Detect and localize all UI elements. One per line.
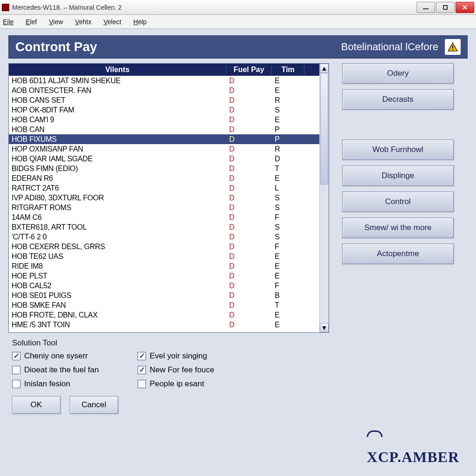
cell-tim: F	[272, 243, 304, 251]
checkbox-inislan[interactable]: Inislan fesion	[12, 379, 124, 389]
table-row[interactable]: HOB FROTE, DBNI, CLAXDE	[9, 310, 319, 320]
checkbox-cheniy[interactable]: Cheniy one syserr	[12, 351, 124, 361]
cell-fuelpay: D	[226, 194, 272, 202]
cell-vilents: HOB SMKE FAN	[9, 301, 226, 310]
cell-tim: S	[272, 233, 304, 241]
cell-fuelpay: D	[226, 233, 272, 241]
cell-vilents: HOB FIXUMS	[9, 135, 226, 144]
column-header-tim[interactable]: Tim	[272, 66, 304, 74]
table-row[interactable]: BIDGS FIMN (EDIO)DT	[9, 164, 319, 173]
cell-fuelpay: D	[226, 301, 272, 310]
svg-rect-0	[452, 46, 453, 48]
checkbox-dioeat[interactable]: Dioeat ite the fuel fan	[12, 365, 124, 375]
table-row[interactable]: HOP OK-8DIT FAMDS	[9, 105, 319, 115]
checkbox-icon[interactable]	[12, 380, 20, 388]
minimize-button[interactable]	[416, 2, 435, 13]
cell-tim: F	[272, 282, 304, 290]
table-row[interactable]: HOE PLSTDE	[9, 271, 319, 281]
svg-rect-1	[452, 49, 453, 50]
cell-vilents: 14AM C6	[9, 213, 226, 222]
table-row[interactable]: AOB ONTESCTER. FANDE	[9, 86, 319, 95]
table-body[interactable]: HOB 6D11 ALJAT SMIN SHEKUEDEAOB ONTESCTE…	[9, 76, 319, 332]
page-subtitle: Botelinational lCefore	[341, 41, 438, 53]
scroll-track[interactable]	[320, 73, 329, 323]
table-row[interactable]: HOB SE01 PUIGSDB	[9, 291, 319, 300]
cell-tim: D	[272, 155, 304, 163]
ok-button[interactable]: OK	[12, 396, 60, 414]
column-header-vilents[interactable]: Vilents	[9, 66, 226, 74]
data-table: Vilents Fuel Pay Tim HOB 6D11 ALJAT SMIN…	[8, 63, 329, 333]
cell-tim: R	[272, 145, 304, 153]
cell-vilents: HOP OK-8DIT FAM	[9, 106, 226, 114]
table-row[interactable]: HOB CAL52DF	[9, 281, 319, 291]
wob-furnhowl-button[interactable]: Wob Furnhowl	[342, 139, 454, 160]
table-row[interactable]: HME /5 3NT TOINDE	[9, 320, 319, 330]
table-row[interactable]: 14AM C6DF	[9, 212, 319, 222]
checkbox-icon[interactable]	[138, 352, 146, 360]
table-row[interactable]: HOB CANS SETDR	[9, 95, 319, 105]
table-row[interactable]: RITGRAFT ROMSDS	[9, 203, 319, 212]
maximize-button[interactable]	[436, 2, 455, 13]
menu-item-vehtx[interactable]: Vehtx	[75, 18, 92, 26]
cell-tim: F	[272, 213, 304, 222]
cell-fuelpay: D	[226, 291, 272, 300]
cell-vilents: BIDGS FIMN (EDIO)	[9, 165, 226, 173]
menu-item-elef[interactable]: Elef	[26, 18, 37, 26]
checkbox-icon[interactable]	[138, 380, 146, 388]
control-button[interactable]: Control	[342, 192, 454, 212]
table-row[interactable]: HOB CANDP	[9, 125, 319, 134]
table-row[interactable]: IVP ADI80, 3DXTURL FOORDS	[9, 193, 319, 203]
odery-button[interactable]: Odery	[342, 63, 454, 84]
scroll-down-button[interactable]: ▼	[320, 323, 329, 332]
smew-more-button[interactable]: Smew/ wi the more	[342, 218, 454, 238]
table-row[interactable]: HOB TE62 UASDE	[9, 251, 319, 261]
checkbox-people[interactable]: People ip esant	[138, 379, 258, 389]
table-header-row: Vilents Fuel Pay Tim	[9, 64, 319, 76]
table-row[interactable]: HOB FIXUMSDP	[9, 134, 319, 144]
column-header-fuelpay[interactable]: Fuel Pay	[226, 66, 272, 74]
cell-fuelpay: D	[226, 116, 272, 124]
menu-item-velect[interactable]: Velect	[104, 18, 121, 26]
scroll-thumb[interactable]	[320, 73, 328, 185]
table-row[interactable]: RIDE IM8DE	[9, 261, 319, 271]
table-row[interactable]: EDERAN R6DE	[9, 173, 319, 183]
table-row[interactable]: HOB QIAR IAML SGADEDD	[9, 154, 319, 164]
cell-vilents: RIDE IM8	[9, 262, 226, 271]
cell-fuelpay: D	[226, 145, 272, 153]
cell-fuelpay: D	[226, 135, 272, 144]
checkbox-icon[interactable]	[12, 352, 20, 360]
cell-tim: E	[272, 252, 304, 261]
table-row[interactable]: BXTER618, ART TOOLDS	[9, 222, 319, 232]
cell-tim: E	[272, 174, 304, 183]
cell-tim: E	[272, 272, 304, 280]
menu-item-eile[interactable]: Eile	[3, 18, 13, 26]
cell-tim: P	[272, 135, 304, 144]
scroll-up-button[interactable]: ▲	[320, 64, 329, 73]
close-button[interactable]: ✕	[456, 2, 474, 13]
checkbox-evel[interactable]: Evel yoir singing	[138, 351, 258, 361]
decrasts-button[interactable]: Decrasts	[342, 89, 454, 110]
menu-item-view[interactable]: View	[49, 18, 63, 26]
cell-fuelpay: D	[226, 155, 272, 163]
menu-item-help[interactable]: Help	[133, 18, 147, 26]
cell-vilents: IVP ADI80, 3DXTURL FOOR	[9, 194, 226, 202]
table-row[interactable]: HOB SMKE FANDT	[9, 300, 319, 310]
cell-vilents: AOB ONTESCTER. FAN	[9, 86, 226, 95]
table-row[interactable]: 'C/TT-6 2 0DS	[9, 232, 319, 242]
checkbox-icon[interactable]	[138, 366, 146, 374]
vertical-scrollbar[interactable]: ▲ ▼	[319, 64, 329, 332]
table-row[interactable]: HOB CEXERR DESL, GRRSDF	[9, 242, 319, 251]
checkbox-icon[interactable]	[12, 366, 20, 374]
cell-tim: R	[272, 96, 304, 105]
cell-fuelpay: D	[226, 272, 272, 280]
table-row[interactable]: HOB CAM'l 9DE	[9, 115, 319, 125]
cell-tim: L	[272, 184, 304, 192]
table-row[interactable]: HOP OXMISANP FANDR	[9, 144, 319, 154]
table-row[interactable]: RATRCT 2AT6DL	[9, 183, 319, 193]
cell-vilents: RATRCT 2AT6	[9, 184, 226, 192]
cancel-button[interactable]: Cancel	[70, 396, 118, 414]
actopentme-button[interactable]: Actopentme	[342, 244, 454, 264]
displinge-button[interactable]: Displinge	[342, 165, 454, 186]
checkbox-newfor[interactable]: New For fee fouce	[138, 365, 258, 375]
table-row[interactable]: HOB 6D11 ALJAT SMIN SHEKUEDE	[9, 76, 319, 86]
